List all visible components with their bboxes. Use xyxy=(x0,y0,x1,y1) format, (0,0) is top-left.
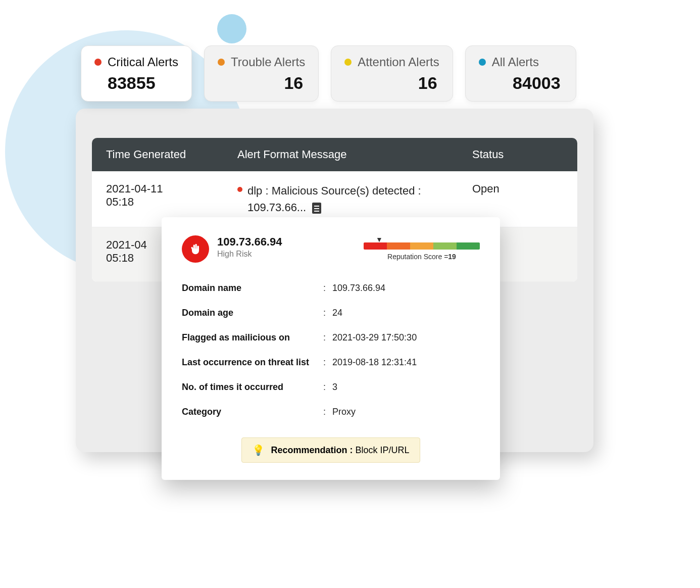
threat-details: Domain name : 109.73.66.94 Domain age : … xyxy=(182,276,480,424)
cell-time: 2021-04-11 05:18 xyxy=(106,182,237,209)
detail-row: Domain name : 109.73.66.94 xyxy=(182,276,480,301)
table-header: Time Generated Alert Format Message Stat… xyxy=(92,138,577,171)
detail-row: Last occurrence on threat list : 2019-08… xyxy=(182,350,480,375)
tab-all-alerts[interactable]: All Alerts 84003 xyxy=(465,45,576,102)
detail-key: Domain name xyxy=(182,283,323,293)
detail-key: No. of times it occurred xyxy=(182,382,323,393)
reputation-label: Reputation Score =19 xyxy=(364,253,480,261)
detail-value: 2021-03-29 17:50:30 xyxy=(332,332,480,343)
tab-label: Critical Alerts xyxy=(108,55,178,69)
detail-row: No. of times it occurred : 3 xyxy=(182,375,480,400)
detail-value: 109.73.66.94 xyxy=(332,283,480,293)
tab-count: 83855 xyxy=(94,73,178,93)
cell-message: dlp : Malicious Source(s) detected : 109… xyxy=(237,182,472,216)
recommendation-label: Recommendation : xyxy=(271,445,353,455)
lightbulb-icon: 💡 xyxy=(252,444,265,456)
stop-hand-icon xyxy=(182,235,209,263)
detail-row: Flagged as mailicious on : 2021-03-29 17… xyxy=(182,325,480,350)
tab-label: Trouble Alerts xyxy=(231,55,305,69)
severity-dot-icon xyxy=(237,187,242,192)
decorative-circle-small xyxy=(217,14,246,43)
tab-trouble-alerts[interactable]: Trouble Alerts 16 xyxy=(204,45,319,102)
col-status: Status xyxy=(472,148,563,161)
tab-count: 16 xyxy=(218,73,305,93)
document-icon[interactable] xyxy=(312,203,321,214)
detail-row: Domain age : 24 xyxy=(182,301,480,325)
tab-label: Attention Alerts xyxy=(358,55,439,69)
recommendation-value: Block IP/URL xyxy=(356,445,410,455)
tab-label: All Alerts xyxy=(492,55,539,69)
marker-icon: ▼ xyxy=(321,235,437,243)
tab-critical-alerts[interactable]: Critical Alerts 83855 xyxy=(81,45,192,102)
tab-count: 16 xyxy=(344,73,439,93)
alert-tabs: Critical Alerts 83855 Trouble Alerts 16 … xyxy=(81,45,576,102)
dot-icon xyxy=(218,59,225,66)
col-time: Time Generated xyxy=(106,148,237,161)
dot-icon xyxy=(479,59,486,66)
detail-key: Last occurrence on threat list xyxy=(182,357,323,368)
threat-detail-card: 109.73.66.94 High Risk ▼ Reputation Scor… xyxy=(162,217,500,480)
cell-status: Open xyxy=(472,182,563,195)
tab-attention-alerts[interactable]: Attention Alerts 16 xyxy=(331,45,453,102)
detail-row: Category : Proxy xyxy=(182,400,480,424)
dot-icon xyxy=(94,59,102,66)
col-message: Alert Format Message xyxy=(237,148,472,161)
reputation-score: ▼ Reputation Score =19 xyxy=(364,235,480,261)
detail-key: Flagged as mailicious on xyxy=(182,332,323,343)
threat-ip: 109.73.66.94 xyxy=(217,235,282,249)
reputation-bar xyxy=(364,242,480,250)
dot-icon xyxy=(344,59,352,66)
detail-value: 24 xyxy=(332,308,480,318)
risk-level: High Risk xyxy=(217,250,282,259)
detail-key: Category xyxy=(182,407,323,417)
message-text: dlp : Malicious Source(s) detected : 109… xyxy=(247,184,421,214)
detail-value: 3 xyxy=(332,382,480,393)
recommendation-banner: 💡 Recommendation : Block IP/URL xyxy=(241,437,420,463)
detail-value: Proxy xyxy=(332,407,480,417)
tab-count: 84003 xyxy=(479,73,563,93)
detail-value: 2019-08-18 12:31:41 xyxy=(332,357,480,368)
detail-key: Domain age xyxy=(182,308,323,318)
